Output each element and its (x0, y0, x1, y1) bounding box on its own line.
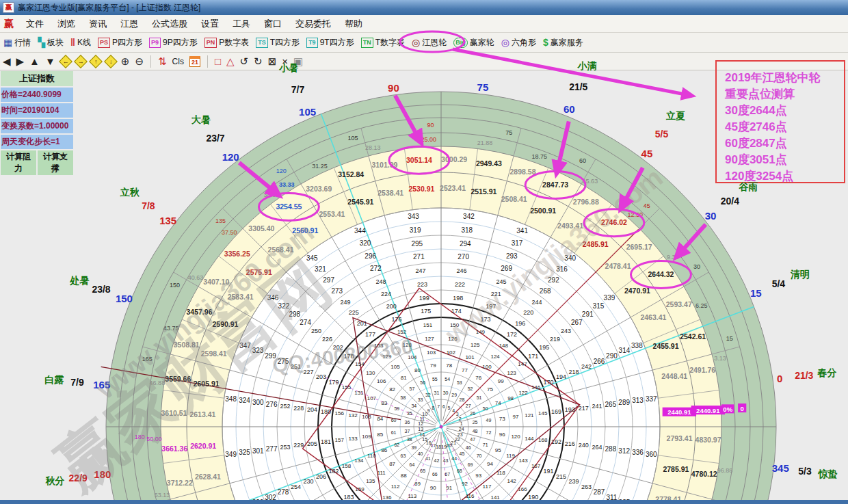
cls-button[interactable]: Cls (172, 57, 184, 66)
page-right-icon[interactable]: ▶ (16, 55, 25, 68)
svg-text:154: 154 (355, 361, 365, 367)
shift-right-icon: → (77, 58, 83, 65)
menu-item-1[interactable]: 浏览 (51, 18, 82, 30)
svg-text:95: 95 (495, 447, 501, 453)
menu-item-9[interactable]: 帮助 (338, 18, 369, 30)
svg-text:182: 182 (328, 468, 339, 475)
toolbar-button-0[interactable]: ▦行情 (3, 37, 31, 49)
calc-support-button[interactable]: 计算支撑 (38, 150, 73, 175)
toolbar-button-4[interactable]: P99P四方形 (149, 37, 198, 49)
svg-text:170: 170 (544, 379, 554, 386)
svg-text:83: 83 (381, 400, 387, 406)
toolbar-label-8: T数字表 (375, 37, 405, 49)
svg-text:268: 268 (540, 287, 551, 295)
toolbar-button-5[interactable]: PNP数字表 (204, 37, 250, 49)
svg-text:298: 298 (289, 310, 300, 318)
svg-text:263: 263 (581, 483, 592, 490)
svg-text:100: 100 (482, 364, 492, 370)
svg-text:0: 0 (777, 373, 782, 384)
svg-text:105: 105 (390, 364, 400, 370)
shift-left-icon[interactable]: ← (59, 55, 72, 68)
svg-text:48: 48 (473, 429, 478, 434)
svg-text:33: 33 (418, 397, 423, 402)
fit-icon[interactable]: ⊠ (268, 55, 277, 68)
svg-text:221: 221 (491, 291, 501, 297)
toolbar-button-3[interactable]: PSP四方形 (98, 37, 142, 49)
svg-text:2613.41: 2613.41 (189, 410, 215, 419)
rotate-right-icon[interactable]: ▼ (45, 55, 55, 67)
center-icon[interactable]: × (282, 55, 288, 67)
svg-text:87: 87 (389, 461, 395, 467)
rotate-ccw-icon[interactable]: ↺ (240, 55, 249, 68)
board-icon[interactable]: ▣ (293, 55, 303, 68)
svg-text:78: 78 (446, 362, 452, 369)
zoom-out-icon[interactable]: ⊖ (135, 55, 144, 68)
toolbar-button-7[interactable]: T99T四方形 (306, 37, 354, 49)
svg-text:126: 126 (448, 336, 458, 342)
svg-text:291: 291 (582, 310, 594, 318)
menu-item-7[interactable]: 窗口 (257, 18, 289, 30)
quote-field-3: 周天变化步长=1 (1, 135, 73, 149)
svg-text:122: 122 (518, 390, 528, 396)
shift-up-icon[interactable]: ↑ (89, 55, 103, 68)
svg-text:147: 147 (518, 361, 527, 367)
menu-item-8[interactable]: 交易委托 (289, 18, 338, 30)
calendar-icon[interactable]: 21 (189, 56, 200, 67)
menu-item-0[interactable]: 文件 (19, 18, 51, 30)
rect-tool-icon[interactable]: □ (215, 55, 221, 67)
svg-text:7: 7 (437, 404, 440, 409)
toolbar-button-11[interactable]: ◎六角形 (501, 37, 536, 49)
menu-item-6[interactable]: 工具 (226, 18, 257, 30)
svg-text:105: 105 (299, 106, 316, 118)
toolbar-separator (150, 55, 151, 68)
svg-text:104: 104 (408, 354, 417, 360)
svg-text:123: 123 (507, 370, 516, 376)
zoom-in-icon[interactable]: ⊕ (121, 55, 130, 68)
svg-text:69: 69 (468, 462, 473, 467)
triangle-tool-icon[interactable]: △ (226, 55, 235, 68)
rotate-left-icon[interactable]: ▲ (29, 55, 40, 67)
svg-text:2847.73: 2847.73 (542, 181, 568, 189)
svg-text:266: 266 (594, 358, 605, 365)
toolbar-button-1[interactable]: ▚板块 (38, 37, 64, 49)
rotate-cw-icon[interactable]: ↻ (254, 55, 263, 68)
svg-text:清明: 清明 (791, 269, 810, 280)
svg-text:0%: 0% (723, 406, 732, 413)
app-logo-icon: 赢 (3, 2, 14, 13)
svg-text:194: 194 (556, 373, 566, 380)
menu-item-2[interactable]: 资讯 (82, 18, 114, 30)
toolbar-button-6[interactable]: TST四方形 (256, 37, 300, 49)
svg-text:20: 20 (447, 443, 452, 448)
svg-text:267: 267 (571, 319, 583, 326)
svg-text:2508.41: 2508.41 (501, 195, 527, 203)
calc-resistance-button[interactable]: 计算阻力 (1, 150, 36, 175)
menu-item-5[interactable]: 设置 (194, 18, 226, 30)
page-left-icon[interactable]: ◀ (3, 55, 11, 68)
svg-text:119: 119 (506, 453, 515, 459)
svg-text:216: 216 (565, 440, 575, 447)
toolbar-button-10[interactable]: Big赢家轮 (453, 37, 494, 49)
svg-text:2796.88: 2796.88 (573, 198, 599, 206)
menu-item-4[interactable]: 公式选股 (145, 18, 194, 30)
svg-text:68: 68 (457, 468, 462, 473)
toolbar-button-9[interactable]: ◎江恩轮 (412, 37, 447, 49)
svg-text:46.88: 46.88 (150, 380, 165, 386)
svg-text:0: 0 (741, 405, 744, 412)
svg-text:96: 96 (499, 432, 505, 438)
toolbar-button-8[interactable]: TNT数字表 (361, 37, 405, 49)
svg-text:101: 101 (465, 354, 475, 360)
svg-text:159: 159 (355, 486, 365, 492)
svg-text:2598.41: 2598.41 (201, 349, 227, 358)
shift-right-icon[interactable]: → (74, 55, 88, 68)
svg-text:153: 153 (374, 343, 384, 349)
menu-item-3[interactable]: 江恩 (114, 18, 145, 30)
scale-icon[interactable]: ⇅ (158, 55, 167, 68)
toolbar-button-2[interactable]: ‖K线 (70, 37, 91, 49)
svg-text:165: 165 (93, 379, 110, 390)
svg-text:346: 346 (267, 294, 279, 302)
toolbar-button-12[interactable]: $赢家服务 (543, 37, 583, 49)
svg-text:立夏: 立夏 (665, 110, 685, 121)
svg-text:254: 254 (291, 483, 301, 490)
shift-down-icon[interactable]: ↓ (104, 55, 118, 68)
wheel-overlays (101, 114, 754, 504)
